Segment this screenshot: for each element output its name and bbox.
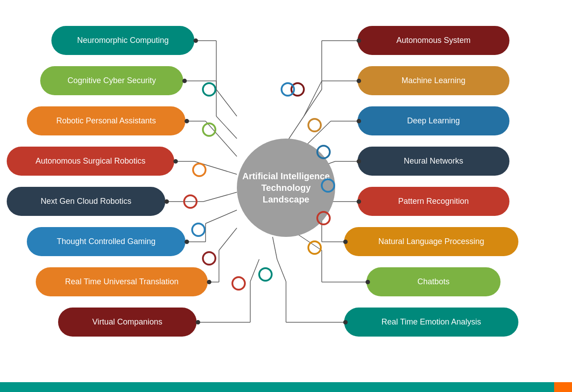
- node-companions: Virtual Companions: [58, 308, 197, 337]
- node-neuromorphic: Neuromorphic Computing: [51, 26, 194, 55]
- bottom-bar: [0, 382, 572, 392]
- node-robotic-pa: Robotic Personal Assistants: [27, 106, 185, 135]
- node-cloud-robotics: Next Gen Cloud Robotics: [7, 187, 165, 216]
- node-gaming: Thought Controlled Gaming: [27, 227, 185, 256]
- svg-line-43: [277, 259, 286, 282]
- svg-line-5: [216, 116, 237, 139]
- node-translation: Real Time Universal Translation: [36, 267, 208, 296]
- svg-line-44: [273, 237, 277, 259]
- svg-line-23: [304, 89, 322, 116]
- node-nlp: Natural Language Processing: [344, 227, 518, 256]
- node-autonomous: Autonomous System: [358, 26, 509, 55]
- svg-line-14: [206, 210, 237, 223]
- bottom-bar-orange: [554, 382, 572, 392]
- node-chatbots: Chatbots: [366, 267, 500, 296]
- node-ml: Machine Learning: [358, 66, 509, 95]
- diagram-container: Neuromorphic Computing Cognitive Cyber S…: [0, 0, 572, 382]
- node-surgical: Autonomous Surgical Robotics: [7, 147, 174, 176]
- svg-line-26: [304, 81, 322, 116]
- svg-line-20: [250, 259, 259, 282]
- node-neural: Neural Networks: [358, 147, 509, 176]
- bottom-bar-teal: [0, 382, 554, 392]
- node-cognitive: Cognitive Cyber Security: [40, 66, 183, 95]
- node-pattern: Pattern Recognition: [358, 187, 509, 216]
- svg-line-2: [216, 89, 237, 116]
- svg-line-11: [203, 192, 237, 202]
- node-deep: Deep Learning: [358, 106, 509, 135]
- node-emotion: Real Time Emotion Analysis: [344, 308, 518, 337]
- svg-line-17: [219, 228, 237, 250]
